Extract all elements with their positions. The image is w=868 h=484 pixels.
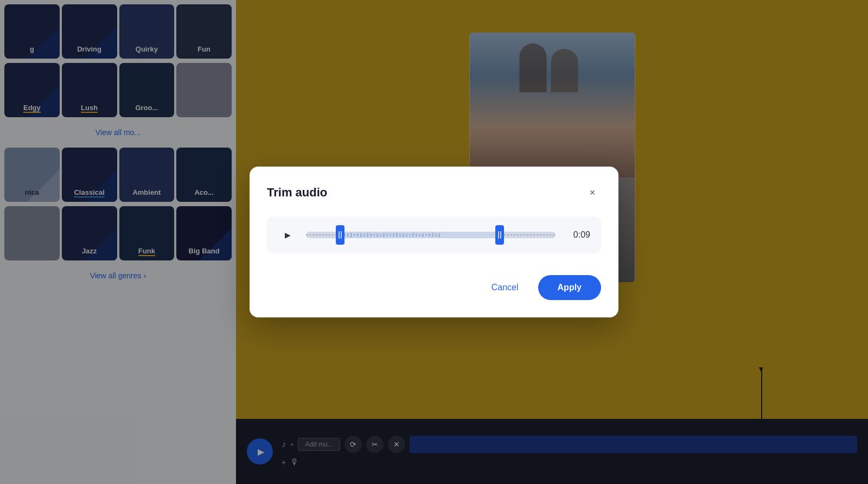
wave-bar bbox=[360, 233, 362, 237]
wave-bar bbox=[347, 233, 349, 237]
close-x-icon: × bbox=[590, 187, 596, 199]
wave-bar bbox=[354, 234, 355, 236]
grip-line bbox=[498, 231, 499, 239]
wave-bar bbox=[363, 234, 365, 237]
audio-play-button[interactable]: ▶ bbox=[278, 225, 297, 245]
trim-audio-modal: Trim audio × ▶ bbox=[250, 167, 618, 317]
wave-bar bbox=[432, 233, 433, 237]
cancel-button[interactable]: Cancel bbox=[481, 276, 529, 299]
wave-bar bbox=[373, 234, 375, 236]
wave-bar bbox=[416, 233, 417, 237]
wave-bar bbox=[370, 233, 372, 237]
trim-slider[interactable] bbox=[306, 225, 556, 245]
wave-bar bbox=[367, 233, 368, 237]
apply-button[interactable]: Apply bbox=[538, 275, 601, 300]
grip-line bbox=[500, 231, 501, 239]
wave-bar bbox=[390, 234, 391, 236]
trim-handle-right[interactable] bbox=[495, 225, 504, 245]
wave-bar bbox=[383, 233, 385, 237]
wave-bar bbox=[419, 234, 420, 237]
wave-bar bbox=[393, 233, 394, 237]
wave-bar bbox=[386, 233, 388, 237]
handle-grip bbox=[339, 231, 342, 239]
wave-bar bbox=[422, 233, 424, 237]
wave-bar bbox=[396, 233, 398, 237]
wave-bar bbox=[376, 233, 378, 237]
wave-bar bbox=[438, 233, 440, 237]
play-icon: ▶ bbox=[285, 231, 291, 239]
modal-title: Trim audio bbox=[267, 186, 327, 200]
pre-trim-dashes bbox=[306, 234, 336, 235]
grip-line bbox=[339, 231, 340, 239]
trim-handle-left[interactable] bbox=[336, 225, 344, 245]
wave-bar bbox=[406, 233, 407, 237]
audio-trim-controls: ▶ bbox=[267, 216, 601, 253]
trim-time-display: 0:09 bbox=[564, 230, 590, 240]
modal-close-button[interactable]: × bbox=[584, 184, 601, 201]
wave-bar bbox=[429, 233, 430, 237]
modal-footer: Cancel Apply bbox=[267, 275, 601, 300]
wave-bar bbox=[409, 234, 411, 236]
wave-bar bbox=[435, 234, 437, 237]
wave-bar bbox=[399, 234, 401, 237]
grip-line bbox=[341, 231, 342, 239]
wave-bar bbox=[412, 233, 414, 237]
modal-header: Trim audio × bbox=[267, 184, 601, 201]
wave-bar bbox=[357, 233, 359, 237]
wave-bar bbox=[425, 234, 427, 236]
waveform-display bbox=[344, 232, 499, 238]
handle-grip bbox=[498, 231, 501, 239]
wave-bar bbox=[403, 233, 404, 237]
wave-bar bbox=[350, 233, 352, 237]
post-trim-dashes bbox=[504, 234, 556, 235]
wave-bar bbox=[380, 234, 381, 237]
modal-overlay: Trim audio × ▶ bbox=[0, 0, 868, 484]
